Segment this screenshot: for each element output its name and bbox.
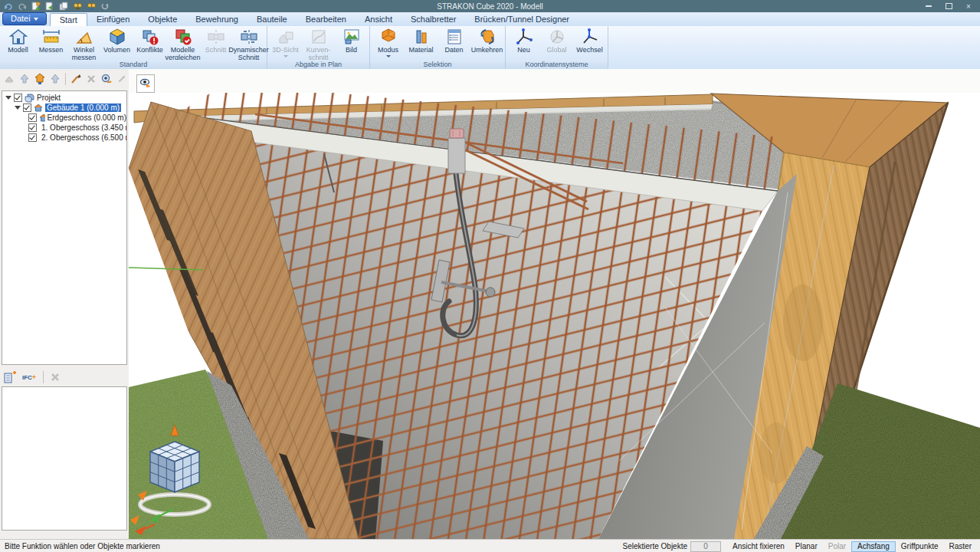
tab-bruecken-tunnel-designer[interactable]: Brücken/Tunnel Designer — [465, 13, 578, 26]
tree-item-obergeschoss-1[interactable]: 1. Obergeschoss (3.450 m) — [2, 123, 126, 133]
project-tree: Projekt Gebäude 1 (0.000 m) Erdgeschoss … — [2, 90, 127, 365]
level-up-button[interactable] — [18, 72, 31, 86]
quick-access-toolbar — [0, 2, 110, 12]
umkehren-button[interactable]: Umkehren — [470, 26, 503, 54]
winkel-messen-button[interactable]: Winkel messen — [67, 26, 100, 61]
ruler-icon — [42, 28, 61, 46]
refresh-icon[interactable] — [100, 2, 110, 12]
status-message: Bitte Funktion wählen oder Objekte marki… — [0, 542, 160, 550]
tree-item-erdgeschoss[interactable]: Erdgeschoss (0.000 m) — [2, 113, 126, 123]
toggle-ansicht-fixieren[interactable]: Ansicht fixieren — [727, 541, 790, 551]
cube-icon — [108, 28, 126, 46]
redo-icon[interactable] — [17, 2, 28, 12]
checkbox-obergeschoss-1[interactable] — [28, 123, 37, 132]
tree-item-projekt[interactable]: Projekt — [2, 93, 126, 103]
curve-section-icon — [310, 28, 328, 46]
search-model-icon[interactable] — [72, 2, 83, 12]
save-icon[interactable] — [44, 2, 55, 12]
search-plan-icon[interactable] — [86, 2, 97, 12]
expander-icon[interactable] — [15, 106, 21, 110]
tree-item-label-selected: Gebäude 1 (0.000 m) — [45, 104, 121, 112]
mode-hex-icon — [379, 28, 398, 46]
tab-einfuegen[interactable]: Einfügen — [87, 13, 139, 26]
tab-start[interactable]: Start — [50, 13, 87, 26]
toggle-raster[interactable]: Raster — [944, 541, 977, 551]
ribbon-group-abgabe-in-plan: 3D-Sicht Kurven- schnitt Bild Abgabe in … — [267, 26, 370, 69]
open-model-icon[interactable] — [31, 2, 41, 12]
visibility-button[interactable] — [136, 74, 155, 93]
home-level-button[interactable] — [33, 72, 46, 86]
toggle-achsfang[interactable]: Achsfang — [851, 541, 896, 552]
tree-item-obergeschoss-2[interactable]: 2. Obergeschoss (6.500 m) — [2, 133, 126, 143]
group-label-standard: Standard — [0, 60, 267, 69]
bild-button[interactable]: Bild — [335, 26, 368, 54]
3d-view-icon — [277, 28, 295, 46]
toggle-polar[interactable]: Polar — [823, 541, 851, 551]
data-list-icon — [445, 28, 464, 46]
tab-ansicht[interactable]: Ansicht — [356, 13, 402, 26]
tab-bewehrung[interactable]: Bewehrung — [186, 13, 247, 26]
axes-switch-icon — [581, 28, 599, 46]
minimize-button[interactable] — [919, 1, 939, 12]
tab-schalbretter[interactable]: Schalbretter — [402, 13, 465, 26]
tree-toolbar — [0, 69, 129, 89]
tree-item-gebaeude[interactable]: Gebäude 1 (0.000 m) — [2, 103, 126, 113]
checkbox-gebaeude[interactable] — [23, 104, 31, 112]
group-label-selektion: Selektion — [370, 60, 505, 69]
koordsys-global-button[interactable]: Global — [540, 26, 573, 54]
checkbox-erdgeschoss[interactable] — [28, 113, 37, 122]
menu-bar: Datei Start Einfügen Objekte Bewehrung B… — [0, 12, 980, 26]
kurvenschnitt-button[interactable]: Kurven- schnitt — [302, 26, 335, 61]
delete-filter-button[interactable] — [85, 72, 98, 86]
link-button[interactable] — [116, 72, 129, 86]
level-top-button[interactable] — [2, 72, 15, 86]
settings-visibility-button[interactable] — [100, 72, 113, 86]
tab-bauteile[interactable]: Bauteile — [247, 13, 297, 26]
building-icon — [34, 104, 43, 113]
paint-visibility-button[interactable] — [70, 72, 83, 86]
checkbox-obergeschoss-2[interactable] — [28, 133, 37, 142]
ifc-label: IFC — [22, 374, 32, 381]
chevron-down-icon — [34, 18, 38, 21]
tab-bearbeiten[interactable]: Bearbeiten — [297, 13, 356, 26]
modus-button[interactable]: Modus — [372, 26, 405, 58]
remove-reference-button[interactable] — [48, 370, 62, 384]
viewport-3d[interactable] — [129, 93, 980, 539]
tree-item-label: 1. Obergeschoss (3.450 m) — [41, 123, 127, 132]
level-down-button[interactable] — [48, 72, 61, 86]
tree-item-label: Projekt — [37, 94, 61, 102]
modell-button[interactable]: Modell — [2, 26, 34, 54]
application-window: STRAKON Cube 2020 - Modell × Datei Start… — [0, 0, 980, 552]
checkbox-projekt[interactable] — [14, 94, 22, 102]
viewport-scene — [129, 93, 980, 539]
close-button[interactable]: × — [959, 1, 978, 12]
selected-objects-count: 0 — [690, 541, 721, 552]
undo-icon[interactable] — [3, 2, 14, 12]
eye-icon — [139, 77, 152, 90]
plus-icon: + — [32, 373, 36, 381]
modelle-vergleichen-button[interactable]: Modelle vergleichen — [166, 26, 199, 61]
restore-button[interactable] — [939, 1, 959, 12]
dynamischer-schnitt-button[interactable]: Dynamischer Schnitt — [232, 26, 265, 61]
toggle-planar[interactable]: Planar — [790, 541, 823, 551]
add-ifc-button[interactable]: IFC+ — [20, 370, 38, 384]
selected-objects-label: Selektierte Objekte — [618, 541, 688, 551]
daten-button[interactable]: Daten — [438, 26, 470, 54]
koordsys-wechsel-button[interactable]: Wechsel — [573, 26, 606, 54]
file-menu-button[interactable]: Datei — [2, 12, 47, 25]
tab-objekte[interactable]: Objekte — [139, 13, 186, 26]
floor-icon — [39, 113, 45, 123]
invert-selection-icon — [478, 28, 497, 46]
expander-icon[interactable] — [5, 96, 11, 100]
add-reference-model-button[interactable] — [3, 370, 17, 384]
schnitt-button[interactable]: Schnitt — [199, 26, 232, 54]
koordsys-neu-button[interactable]: Neu — [507, 26, 540, 54]
ribbon-group-koordinatensysteme: Neu Global Wechsel Koordinatensysteme — [506, 26, 608, 69]
konflikte-button[interactable]: Konflikte — [133, 26, 166, 54]
messen-button[interactable]: Messen — [34, 26, 67, 54]
copy-icon[interactable] — [58, 2, 69, 12]
volumen-button[interactable]: Volumen — [100, 26, 133, 54]
toggle-griffpunkte[interactable]: Griffpunkte — [896, 541, 944, 551]
material-button[interactable]: Material — [405, 26, 438, 54]
dreid-sicht-button[interactable]: 3D-Sicht — [269, 26, 302, 58]
